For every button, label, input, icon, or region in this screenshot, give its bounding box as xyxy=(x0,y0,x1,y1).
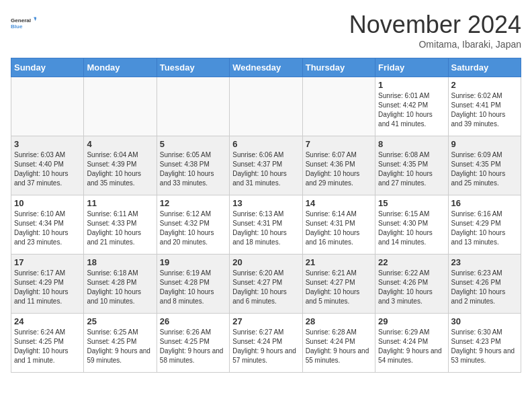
day-number: 12 xyxy=(160,198,226,208)
day-number: 5 xyxy=(160,139,226,149)
day-info: Sunrise: 6:08 AM Sunset: 4:35 PM Dayligh… xyxy=(378,150,445,188)
day-info: Sunrise: 6:02 AM Sunset: 4:41 PM Dayligh… xyxy=(451,91,518,129)
cal-cell: 28Sunrise: 6:28 AM Sunset: 4:24 PM Dayli… xyxy=(302,314,375,373)
cal-cell: 2Sunrise: 6:02 AM Sunset: 4:41 PM Daylig… xyxy=(448,77,521,136)
col-header-saturday: Saturday xyxy=(448,58,521,77)
day-info: Sunrise: 6:17 AM Sunset: 4:29 PM Dayligh… xyxy=(14,269,81,306)
cal-cell: 12Sunrise: 6:12 AM Sunset: 4:32 PM Dayli… xyxy=(157,195,229,255)
day-number: 16 xyxy=(451,198,518,208)
cal-cell: 9Sunrise: 6:09 AM Sunset: 4:35 PM Daylig… xyxy=(448,136,521,195)
day-number: 23 xyxy=(451,257,518,267)
cal-cell: 7Sunrise: 6:07 AM Sunset: 4:36 PM Daylig… xyxy=(302,136,375,195)
col-header-monday: Monday xyxy=(84,58,157,77)
day-number: 1 xyxy=(378,80,445,90)
day-info: Sunrise: 6:27 AM Sunset: 4:24 PM Dayligh… xyxy=(232,328,299,365)
location-subtitle: Omitama, Ibaraki, Japan xyxy=(349,39,521,50)
cal-cell: 22Sunrise: 6:22 AM Sunset: 4:26 PM Dayli… xyxy=(375,255,448,314)
cal-cell: 1Sunrise: 6:01 AM Sunset: 4:42 PM Daylig… xyxy=(375,77,448,136)
day-number: 7 xyxy=(306,139,372,149)
cal-cell: 16Sunrise: 6:16 AM Sunset: 4:29 PM Dayli… xyxy=(448,195,521,255)
cal-cell: 26Sunrise: 6:26 AM Sunset: 4:25 PM Dayli… xyxy=(157,314,229,373)
day-info: Sunrise: 6:12 AM Sunset: 4:32 PM Dayligh… xyxy=(160,210,226,247)
cal-cell: 21Sunrise: 6:21 AM Sunset: 4:27 PM Dayli… xyxy=(302,255,375,314)
day-number: 28 xyxy=(306,316,372,326)
day-info: Sunrise: 6:04 AM Sunset: 4:39 PM Dayligh… xyxy=(87,150,153,188)
col-header-thursday: Thursday xyxy=(302,58,375,77)
day-info: Sunrise: 6:29 AM Sunset: 4:24 PM Dayligh… xyxy=(378,328,445,365)
cal-cell: 10Sunrise: 6:10 AM Sunset: 4:34 PM Dayli… xyxy=(11,195,84,255)
svg-marker-2 xyxy=(34,17,36,21)
cal-cell: 15Sunrise: 6:15 AM Sunset: 4:30 PM Dayli… xyxy=(375,195,448,255)
day-info: Sunrise: 6:01 AM Sunset: 4:42 PM Dayligh… xyxy=(378,91,445,129)
day-number: 27 xyxy=(232,316,299,326)
day-number: 13 xyxy=(232,198,299,208)
day-number: 6 xyxy=(232,139,299,149)
cal-cell xyxy=(84,77,157,136)
title-block: November 2024 Omitama, Ibaraki, Japan xyxy=(349,11,521,50)
day-info: Sunrise: 6:10 AM Sunset: 4:34 PM Dayligh… xyxy=(14,210,81,247)
cal-cell: 20Sunrise: 6:20 AM Sunset: 4:27 PM Dayli… xyxy=(230,255,302,314)
cal-cell: 25Sunrise: 6:25 AM Sunset: 4:25 PM Dayli… xyxy=(84,314,157,373)
day-info: Sunrise: 6:25 AM Sunset: 4:25 PM Dayligh… xyxy=(87,328,153,365)
cal-cell: 11Sunrise: 6:11 AM Sunset: 4:33 PM Dayli… xyxy=(84,195,157,255)
cal-cell: 14Sunrise: 6:14 AM Sunset: 4:31 PM Dayli… xyxy=(302,195,375,255)
day-info: Sunrise: 6:20 AM Sunset: 4:27 PM Dayligh… xyxy=(232,269,299,306)
svg-text:Blue: Blue xyxy=(11,24,23,30)
day-number: 18 xyxy=(87,257,153,267)
cal-cell: 4Sunrise: 6:04 AM Sunset: 4:39 PM Daylig… xyxy=(84,136,157,195)
day-number: 25 xyxy=(87,316,153,326)
day-info: Sunrise: 6:05 AM Sunset: 4:38 PM Dayligh… xyxy=(160,150,226,188)
cal-cell: 3Sunrise: 6:03 AM Sunset: 4:40 PM Daylig… xyxy=(11,136,84,195)
day-info: Sunrise: 6:13 AM Sunset: 4:31 PM Dayligh… xyxy=(232,210,299,247)
day-number: 10 xyxy=(14,198,81,208)
day-number: 29 xyxy=(378,316,445,326)
day-info: Sunrise: 6:16 AM Sunset: 4:29 PM Dayligh… xyxy=(451,210,518,247)
cal-cell xyxy=(302,77,375,136)
day-number: 17 xyxy=(14,257,81,267)
col-header-sunday: Sunday xyxy=(11,58,84,77)
col-header-tuesday: Tuesday xyxy=(157,58,229,77)
day-info: Sunrise: 6:18 AM Sunset: 4:28 PM Dayligh… xyxy=(87,269,153,306)
cal-cell: 23Sunrise: 6:23 AM Sunset: 4:26 PM Dayli… xyxy=(448,255,521,314)
day-info: Sunrise: 6:28 AM Sunset: 4:24 PM Dayligh… xyxy=(306,328,372,365)
day-number: 19 xyxy=(160,257,226,267)
cal-cell: 29Sunrise: 6:29 AM Sunset: 4:24 PM Dayli… xyxy=(375,314,448,373)
cal-cell: 5Sunrise: 6:05 AM Sunset: 4:38 PM Daylig… xyxy=(157,136,229,195)
day-number: 14 xyxy=(306,198,372,208)
day-number: 15 xyxy=(378,198,445,208)
day-number: 21 xyxy=(306,257,372,267)
day-info: Sunrise: 6:14 AM Sunset: 4:31 PM Dayligh… xyxy=(306,210,372,247)
day-info: Sunrise: 6:21 AM Sunset: 4:27 PM Dayligh… xyxy=(306,269,372,306)
logo-svg: General Blue xyxy=(11,11,36,36)
day-info: Sunrise: 6:15 AM Sunset: 4:30 PM Dayligh… xyxy=(378,210,445,247)
logo: General Blue xyxy=(11,11,36,36)
cal-cell: 17Sunrise: 6:17 AM Sunset: 4:29 PM Dayli… xyxy=(11,255,84,314)
day-info: Sunrise: 6:24 AM Sunset: 4:25 PM Dayligh… xyxy=(14,328,81,365)
day-info: Sunrise: 6:07 AM Sunset: 4:36 PM Dayligh… xyxy=(306,150,372,188)
day-info: Sunrise: 6:03 AM Sunset: 4:40 PM Dayligh… xyxy=(14,150,81,188)
cal-cell xyxy=(157,77,229,136)
day-number: 4 xyxy=(87,139,153,149)
day-number: 3 xyxy=(14,139,81,149)
cal-cell: 30Sunrise: 6:30 AM Sunset: 4:23 PM Dayli… xyxy=(448,314,521,373)
day-info: Sunrise: 6:06 AM Sunset: 4:37 PM Dayligh… xyxy=(232,150,299,188)
cal-cell: 19Sunrise: 6:19 AM Sunset: 4:28 PM Dayli… xyxy=(157,255,229,314)
cal-cell xyxy=(230,77,302,136)
day-number: 30 xyxy=(451,316,518,326)
cal-cell: 24Sunrise: 6:24 AM Sunset: 4:25 PM Dayli… xyxy=(11,314,84,373)
cal-cell: 27Sunrise: 6:27 AM Sunset: 4:24 PM Dayli… xyxy=(230,314,302,373)
day-number: 11 xyxy=(87,198,153,208)
day-info: Sunrise: 6:22 AM Sunset: 4:26 PM Dayligh… xyxy=(378,269,445,306)
day-info: Sunrise: 6:11 AM Sunset: 4:33 PM Dayligh… xyxy=(87,210,153,247)
day-info: Sunrise: 6:09 AM Sunset: 4:35 PM Dayligh… xyxy=(451,150,518,188)
calendar-table: SundayMondayTuesdayWednesdayThursdayFrid… xyxy=(11,58,521,373)
day-number: 20 xyxy=(232,257,299,267)
day-number: 24 xyxy=(14,316,81,326)
day-number: 8 xyxy=(378,139,445,149)
day-info: Sunrise: 6:19 AM Sunset: 4:28 PM Dayligh… xyxy=(160,269,226,306)
cal-cell: 6Sunrise: 6:06 AM Sunset: 4:37 PM Daylig… xyxy=(230,136,302,195)
cal-cell xyxy=(11,77,84,136)
cal-cell: 18Sunrise: 6:18 AM Sunset: 4:28 PM Dayli… xyxy=(84,255,157,314)
svg-text:General: General xyxy=(11,17,31,24)
page-header: General Blue November 2024 Omitama, Ibar… xyxy=(11,11,521,50)
